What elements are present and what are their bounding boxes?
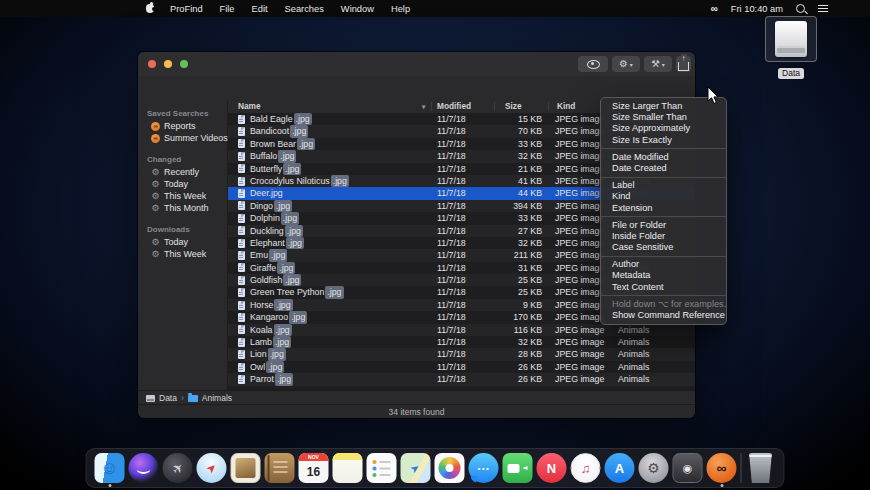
notification-center-icon[interactable]: [818, 5, 828, 13]
profind-menubar-icon[interactable]: ∞: [711, 3, 718, 14]
dock-icon: A: [605, 453, 635, 483]
mouse-cursor: [707, 86, 719, 109]
menu-item-inside-folder[interactable]: Inside Folder: [601, 231, 726, 242]
menu-item-extension[interactable]: Extension: [601, 203, 726, 214]
file-name-cell: Crocodylus Niloticus.jpg: [238, 175, 430, 187]
path-volume[interactable]: Data: [159, 393, 177, 403]
sidebar-item-recently[interactable]: Recently: [138, 166, 227, 178]
file-kind: JPEG image: [555, 311, 604, 323]
dock-news-icon[interactable]: N: [537, 453, 567, 483]
tools-menu-button[interactable]: ⚒▾: [644, 56, 672, 72]
zoom-button[interactable]: [180, 60, 188, 68]
menubar-searches[interactable]: Searches: [285, 4, 324, 14]
action-menu-button[interactable]: ⚙▾: [612, 56, 640, 72]
dock-screenshot-icon[interactable]: ◉: [673, 453, 703, 483]
file-name: Duckling: [250, 225, 284, 237]
sidebar-item-label: Today: [164, 179, 188, 189]
spotlight-search-icon[interactable]: [796, 4, 805, 13]
menubar-clock[interactable]: Fri 10:40 am: [731, 4, 783, 14]
desktop-volume[interactable]: Data: [763, 16, 819, 80]
jpeg-file-icon: [238, 263, 245, 272]
menu-item-text-content[interactable]: Text Content: [601, 282, 726, 293]
file-modified: 11/7/18: [437, 324, 466, 336]
column-header-modified[interactable]: Modified: [437, 100, 471, 113]
dock-reminders-icon[interactable]: [367, 453, 397, 483]
menubar-window[interactable]: Window: [341, 4, 374, 14]
dock-launchpad-icon[interactable]: ✈: [163, 453, 193, 483]
file-row[interactable]: Owl.jpg 11/7/18 26 KB JPEG image Animals: [228, 361, 695, 373]
column-header-name[interactable]: Name: [238, 100, 261, 113]
menubar-file[interactable]: File: [220, 4, 235, 14]
column-header-size[interactable]: Size: [505, 100, 522, 113]
minimize-button[interactable]: [164, 60, 172, 68]
file-name: Deer.jpg: [250, 187, 283, 199]
dock-profind-icon[interactable]: ∞: [707, 453, 737, 483]
apple-menu-icon[interactable]: [146, 4, 154, 13]
menu-item-kind[interactable]: Kind: [601, 191, 726, 202]
sidebar-item-downloads-this-week[interactable]: This Week: [138, 248, 227, 260]
file-name-cell: Butterfly.jpg: [238, 163, 430, 175]
menu-item-label: Metadata: [612, 270, 650, 280]
file-row[interactable]: Lion.jpg 11/7/18 28 KB JPEG image Animal…: [228, 348, 695, 360]
jpeg-file-icon: [238, 288, 245, 297]
sidebar-item-changed-this-month[interactable]: This Month: [138, 202, 227, 214]
dock-facetime-icon[interactable]: [503, 453, 533, 483]
dock-appstore-icon[interactable]: A: [605, 453, 635, 483]
dock-notes-icon[interactable]: [333, 453, 363, 483]
dock-systemprefs-icon[interactable]: ⚙: [639, 453, 669, 483]
dock-calendar-icon[interactable]: NOV 16: [299, 453, 329, 483]
menu-item-show-command-reference[interactable]: Show Command Reference: [601, 310, 726, 321]
column-divider[interactable]: [431, 102, 432, 111]
menu-item-date-modified[interactable]: Date Modified: [601, 152, 726, 163]
file-row[interactable]: Parrot.jpg 11/7/18 26 KB JPEG image Anim…: [228, 373, 695, 385]
dock-mail-icon[interactable]: [231, 453, 261, 483]
file-row[interactable]: Koala.jpg 11/7/18 116 KB JPEG image Anim…: [228, 324, 695, 336]
menubar-edit[interactable]: Edit: [252, 4, 268, 14]
dock-siri-icon[interactable]: [129, 453, 159, 483]
menu-item-metadata[interactable]: Metadata: [601, 270, 726, 281]
menu-item-size-smaller-than[interactable]: Size Smaller Than: [601, 112, 726, 123]
menu-item-author[interactable]: Author: [601, 259, 726, 270]
dock-contacts-icon[interactable]: [265, 453, 295, 483]
sidebar-item-summer-videos[interactable]: Summer Videos: [138, 132, 227, 144]
jpeg-file-icon: [238, 375, 245, 384]
file-size: 26 KB: [486, 373, 542, 385]
desktop: ProFindFileEditSearchesWindowHelp ∞ Fri …: [0, 0, 870, 490]
sidebar-item-label: Summer Videos: [164, 133, 228, 143]
menu-item-size-approximately[interactable]: Size Approximately: [601, 123, 726, 134]
file-parent-folder: Animals: [618, 348, 649, 360]
close-button[interactable]: [148, 60, 156, 68]
dock-photos-icon[interactable]: [435, 453, 465, 483]
column-header-kind[interactable]: Kind: [557, 100, 575, 113]
menu-item-size-is-exactly[interactable]: Size Is Exactly: [601, 135, 726, 146]
menu-item-date-created[interactable]: Date Created: [601, 163, 726, 174]
dock-finder-icon[interactable]: ☺: [95, 453, 125, 483]
sidebar-item-reports[interactable]: Reports: [138, 120, 227, 132]
jpeg-file-icon: [238, 313, 245, 322]
menu-item-label[interactable]: Label: [601, 180, 726, 191]
preview-button[interactable]: [578, 56, 608, 72]
sidebar-item-downloads-today[interactable]: Today: [138, 236, 227, 248]
dock-itunes-icon[interactable]: ♫: [571, 453, 601, 483]
path-separator: ›: [181, 393, 184, 403]
sidebar-item-changed-this-week[interactable]: This Week: [138, 190, 227, 202]
title-bar[interactable]: ⚙▾ ⚒▾: [138, 52, 695, 77]
file-modified: 11/7/18: [437, 237, 466, 249]
menubar-profind[interactable]: ProFind: [170, 4, 203, 14]
file-modified: 11/7/18: [437, 150, 466, 162]
menubar-help[interactable]: Help: [391, 4, 410, 14]
file-row[interactable]: Lamb.jpg 11/7/18 32 KB JPEG image Animal…: [228, 336, 695, 348]
menu-item-file-or-folder[interactable]: File or Folder: [601, 220, 726, 231]
sidebar-item-changed-today[interactable]: Today: [138, 178, 227, 190]
dock-trash-icon[interactable]: [746, 453, 776, 483]
column-divider[interactable]: [494, 102, 495, 111]
dock-safari-icon[interactable]: ➤: [197, 453, 227, 483]
menu-item-case-sensitive[interactable]: Case Sensitive: [601, 242, 726, 253]
path-folder[interactable]: Animals: [202, 393, 232, 403]
dock-messages-icon[interactable]: …: [469, 453, 499, 483]
dock-maps-icon[interactable]: ➤: [401, 453, 431, 483]
jpeg-file-icon: [238, 177, 245, 186]
column-divider[interactable]: [548, 102, 549, 111]
file-name-cell: Dolphin.jpg: [238, 212, 430, 224]
share-button[interactable]: [676, 56, 691, 72]
